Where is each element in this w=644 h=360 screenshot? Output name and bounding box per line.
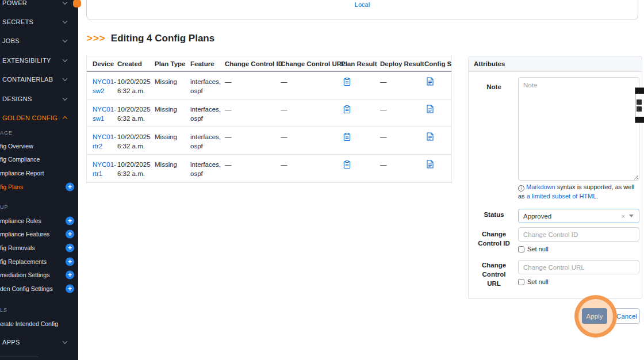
set-null-checkbox[interactable] — [518, 246, 524, 252]
clipboard-icon[interactable] — [343, 105, 351, 114]
clipboard-icon[interactable] — [343, 132, 351, 141]
sidebar-item-power[interactable]: POWER — [0, 0, 78, 12]
chevron-down-icon — [63, 339, 67, 343]
sidebar-item-label: mpliance Report — [0, 170, 44, 177]
screen: POWER SECRETS JOBS EXTENSIBILITY CONTAIN… — [0, 0, 644, 360]
clipboard-icon[interactable] — [343, 77, 351, 86]
document-icon[interactable] — [427, 105, 434, 113]
created-cell: 10/20/2025 6:32 a.m. — [117, 99, 155, 127]
change-control-url-cell: — — [281, 127, 341, 154]
sidebar-section-setup: UP — [0, 203, 78, 211]
add-icon[interactable]: + — [66, 216, 74, 225]
col-created: Created — [117, 59, 155, 68]
plan-result-cell — [341, 127, 380, 154]
add-icon[interactable]: + — [66, 271, 74, 279]
plan-type-cell: Missing — [155, 155, 190, 182]
plan-result-cell — [341, 155, 380, 182]
sidebar-item-remediation-settings[interactable]: mediation Settings + — [0, 268, 78, 282]
set-null-label: Set null — [527, 278, 549, 285]
note-textarea[interactable] — [518, 77, 639, 181]
plan-type-cell: Missing — [155, 72, 190, 99]
set-null-checkbox[interactable] — [518, 279, 524, 285]
sidebar-item-compliance-report[interactable]: mpliance Report — [0, 166, 78, 180]
change-control-url-input[interactable] — [518, 260, 639, 274]
device-link[interactable]: NYC01- rtr2 — [93, 127, 117, 154]
status-select[interactable]: Approved × — [518, 209, 639, 223]
sidebar-item-designs[interactable]: DESIGNS — [0, 89, 78, 108]
sidebar-item-compliance-features[interactable]: mpliance Features + — [0, 228, 78, 242]
clipboard-icon[interactable] — [343, 160, 351, 169]
set-null-row: Set null — [518, 278, 639, 285]
sidebar-item-golden-config[interactable]: GOLDEN CONFIG — [0, 108, 78, 127]
col-config-set: Config Set — [424, 59, 452, 68]
sidebar-item-config-replacements[interactable]: fig Replacements + — [0, 255, 78, 269]
cancel-button[interactable]: Cancel — [614, 308, 640, 324]
document-icon[interactable] — [427, 77, 434, 86]
sidebar-item-containerlab[interactable]: CONTAINERLAB — [0, 70, 78, 89]
apply-button[interactable]: Apply — [582, 308, 607, 324]
markdown-help-text: iMarkdown syntax is supported, as well a… — [518, 182, 639, 201]
markdown-link[interactable]: Markdown — [526, 183, 555, 190]
sidebar-item-config-plans[interactable]: fig Plans + — [0, 180, 78, 194]
add-icon[interactable]: + — [66, 243, 74, 252]
sidebar-item-label: fig Compliance — [0, 156, 40, 163]
html-subset-link[interactable]: a limited subset of HTML — [527, 193, 597, 200]
attributes-panel: Attributes Note iMarkdown syntax is supp… — [468, 56, 642, 299]
detail-panel-clipped: Local — [86, 0, 638, 20]
change-control-id-input[interactable] — [518, 227, 639, 242]
plan-type-cell: Missing — [155, 99, 190, 127]
sidebar-item-generate-intended-config[interactable]: erate Intended Config — [0, 317, 78, 331]
sidebar-item-apps[interactable]: APPS — [0, 332, 78, 351]
sidebar-item-label: EXTENSIBILITY — [2, 57, 51, 64]
add-icon[interactable]: + — [66, 257, 74, 266]
annotation-dot — [73, 0, 81, 7]
change-control-url-cell: — — [281, 155, 341, 182]
change-control-url-cell: — — [281, 99, 341, 127]
col-change-control-url: Change Control URL — [281, 59, 341, 68]
sidebar-section-manage: AGE — [0, 129, 78, 137]
clear-selection-icon[interactable]: × — [622, 213, 625, 220]
note-label: Note — [472, 82, 516, 91]
chevron-down-icon — [63, 0, 67, 5]
col-plan-type: Plan Type — [155, 59, 190, 68]
document-icon[interactable] — [427, 160, 434, 168]
change-control-id-cell: — — [225, 127, 281, 154]
change-control-id-cell: — — [225, 99, 281, 127]
device-link[interactable]: NYC01- sw2 — [93, 72, 117, 99]
status-label: Status — [472, 210, 516, 219]
feature-cell: interfaces, ospf — [190, 155, 225, 182]
prompt-chevrons: >>> — [87, 33, 106, 44]
device-link[interactable]: NYC01- sw1 — [93, 99, 117, 127]
sidebar-divider — [0, 357, 38, 357]
page-title: >>>Editing 4 Config Plans — [87, 33, 214, 44]
info-icon: i — [518, 185, 524, 192]
change-control-id-label: Change Control ID — [472, 229, 516, 248]
sidebar-item-label: fig Replacements — [0, 258, 47, 265]
add-icon[interactable]: + — [66, 230, 74, 239]
sidebar-item-golden-config-settings[interactable]: den Config Settings + — [0, 282, 78, 296]
plan-result-cell — [341, 99, 380, 127]
sidebar-item-compliance-rules[interactable]: mpliance Rules + — [0, 214, 78, 228]
sidebar-item-config-compliance[interactable]: fig Compliance — [0, 153, 78, 167]
sidebar-item-config-removals[interactable]: fig Removals + — [0, 241, 78, 255]
local-link[interactable]: Local — [87, 1, 638, 8]
deploy-result-cell: — — [380, 99, 424, 127]
col-feature: Feature — [190, 59, 225, 68]
device-link[interactable]: NYC01- rtr1 — [93, 155, 117, 182]
add-icon[interactable]: + — [66, 284, 74, 293]
col-plan-result: Plan Result — [341, 59, 380, 68]
document-icon[interactable] — [427, 132, 434, 141]
sidebar-item-secrets[interactable]: SECRETS — [0, 12, 78, 31]
chevron-down-icon — [63, 76, 67, 81]
sidebar-item-extensibility[interactable]: EXTENSIBILITY — [0, 51, 78, 70]
col-change-control-id: Change Control ID — [225, 59, 281, 68]
sidebar-item-label: DESIGNS — [2, 95, 32, 102]
sidebar-item-label: erate Intended Config — [0, 320, 58, 327]
sidebar-item-jobs[interactable]: JOBS — [0, 32, 78, 51]
created-cell: 10/20/2025 6:32 a.m. — [117, 127, 155, 154]
clipped-thumbnail — [635, 87, 644, 123]
sidebar-item-config-overview[interactable]: fig Overview — [0, 139, 78, 153]
add-icon[interactable]: + — [66, 182, 74, 191]
sidebar-item-label: den Config Settings — [0, 285, 53, 292]
sidebar: POWER SECRETS JOBS EXTENSIBILITY CONTAIN… — [0, 0, 78, 360]
